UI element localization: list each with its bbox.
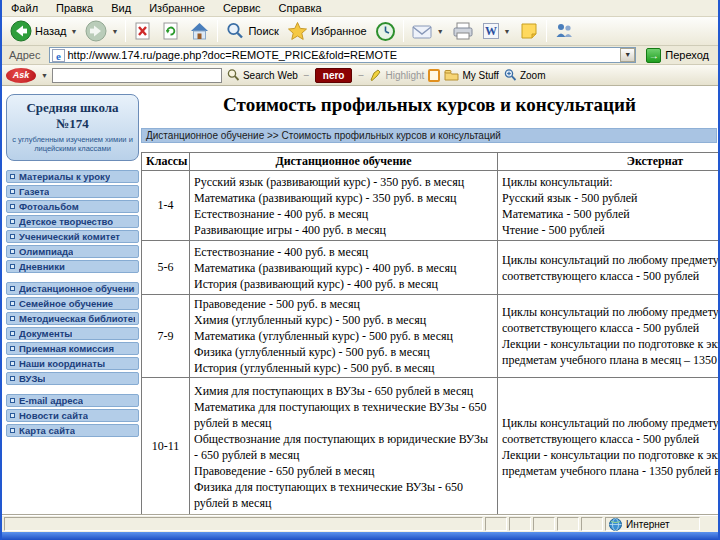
- sidebar-item[interactable]: Наши координаты: [6, 357, 139, 370]
- ask-logo[interactable]: Ask: [6, 68, 36, 83]
- sidebar-item[interactable]: Приемная комиссия: [6, 342, 139, 355]
- ask-separator: –: [302, 70, 311, 80]
- messenger-button[interactable]: [550, 19, 578, 44]
- classes-cell: 10-11: [142, 378, 190, 516]
- status-pane: [557, 517, 579, 531]
- menu-item[interactable]: Правка: [47, 1, 102, 15]
- forward-icon: [85, 20, 107, 42]
- table-header-row: Классы Дистанционное обучение Экстернат: [142, 153, 719, 171]
- stop-button[interactable]: [129, 19, 157, 44]
- ask-separator: –: [356, 70, 365, 80]
- sidebar-item[interactable]: Газета: [6, 185, 139, 198]
- sidebar-item[interactable]: Новости сайта: [6, 409, 139, 422]
- my-stuff-label: My Stuff: [462, 70, 499, 81]
- sidebar-item[interactable]: Материалы к уроку: [6, 170, 139, 183]
- ask-caret-icon[interactable]: ▼: [41, 72, 48, 79]
- toolbar-separator: [125, 20, 126, 42]
- sidebar-item[interactable]: Карта сайта: [6, 424, 139, 437]
- breadcrumb: Дистанционное обучение >> Стоимость проф…: [141, 128, 717, 143]
- forward-button[interactable]: ▼: [81, 19, 122, 44]
- address-input[interactable]: e http://www.174.ru/page.php?doc=REMOTE_…: [49, 47, 637, 63]
- zoom-button[interactable]: Zoom: [503, 68, 546, 82]
- page-viewport: Средняя школа №174 с углубленным изучени…: [2, 86, 718, 515]
- course-line: Обществознание для поступающих в юридиче…: [194, 431, 493, 463]
- back-button[interactable]: Назад ▼: [6, 19, 81, 44]
- course-line: Математика (углубленный курс) - 500 руб.…: [194, 328, 493, 344]
- print-button[interactable]: [448, 19, 478, 44]
- sidebar-item[interactable]: Семейное обучение: [6, 297, 139, 310]
- mail-caret-icon[interactable]: ▼: [437, 28, 444, 35]
- bullet-icon: [10, 316, 15, 321]
- sidebar-item[interactable]: E-mail адреса: [6, 394, 139, 407]
- address-dropdown-icon[interactable]: ▼: [620, 48, 635, 62]
- bullet-icon: [10, 413, 15, 418]
- word-caret-icon[interactable]: ▼: [504, 28, 511, 35]
- bullet-icon: [10, 376, 15, 381]
- highlight-label: Highlight: [385, 70, 424, 81]
- go-button[interactable]: → Переход: [640, 47, 715, 64]
- course-line: Циклы консультаций по любому предмету уч…: [502, 304, 718, 336]
- menu-item[interactable]: Файл: [2, 1, 47, 15]
- print-icon: [452, 21, 474, 41]
- edit-word-button[interactable]: W ▼: [478, 19, 515, 44]
- bullet-icon: [10, 204, 15, 209]
- sidebar-item[interactable]: Ученический комитет: [6, 230, 139, 243]
- forward-caret-icon[interactable]: ▼: [111, 28, 118, 35]
- sidebar-item-label: Фотоальбом: [19, 201, 79, 212]
- ask-search-input[interactable]: [52, 68, 222, 83]
- mail-icon: [411, 22, 433, 40]
- menu-item[interactable]: Избранное: [140, 1, 214, 15]
- externat-cell: Циклы консультаций по любому предмету уч…: [498, 295, 719, 378]
- course-line: Естествознание - 400 руб. в месяц: [194, 206, 493, 222]
- distance-cell: Химия для поступающих в ВУЗы - 650 рубле…: [190, 378, 498, 516]
- distance-cell: Русский язык (развивающий курс) - 350 ру…: [190, 171, 498, 241]
- course-line: Циклы консультаций по любому предмету уч…: [502, 415, 718, 447]
- course-line: Русский язык - 500 рублей: [502, 190, 718, 206]
- sidebar-item-label: ВУЗы: [19, 373, 45, 384]
- sidebar: Средняя школа №174 с углубленным изучени…: [2, 86, 141, 515]
- highlight-button[interactable]: Highlight: [369, 68, 424, 82]
- favorites-button[interactable]: Избранное: [283, 19, 371, 44]
- bullet-icon: [10, 301, 15, 306]
- externat-cell: Циклы консультаций по любому предмету уч…: [498, 378, 719, 516]
- svg-text:W: W: [485, 24, 497, 38]
- sidebar-item[interactable]: Методическая библиотека: [6, 312, 139, 325]
- sidebar-item[interactable]: Дневники: [6, 260, 139, 273]
- sidebar-item[interactable]: Документы: [6, 327, 139, 340]
- mail-button[interactable]: ▼: [407, 19, 448, 44]
- taskbar-strip[interactable]: [2, 532, 718, 540]
- history-button[interactable]: [371, 19, 400, 44]
- zoom-label: Zoom: [520, 70, 546, 81]
- favorites-label: Избранное: [311, 25, 367, 37]
- bullet-icon: [10, 286, 15, 291]
- sidebar-item[interactable]: Олимпиада: [6, 245, 139, 258]
- course-line: Циклы консультаций по любому предмету уч…: [502, 252, 718, 284]
- search-web-button[interactable]: Search Web: [226, 68, 298, 82]
- search-button[interactable]: Поиск: [221, 19, 282, 44]
- bullet-icon: [10, 189, 15, 194]
- nero-button[interactable]: nero: [315, 68, 353, 83]
- bullet-icon: [10, 264, 15, 269]
- discuss-button[interactable]: [515, 19, 543, 44]
- main-content: Стоимость профильных курсов и консультац…: [141, 86, 718, 515]
- bullet-icon: [10, 361, 15, 366]
- sidebar-item-label: Ученический комитет: [19, 231, 120, 242]
- menu-item[interactable]: Сервис: [214, 1, 270, 15]
- bullet-icon: [10, 174, 15, 179]
- menu-bar: ФайлПравкаВидИзбранноеСервисСправка: [2, 0, 718, 17]
- externat-cell: Циклы консультаций по любому предмету уч…: [498, 241, 719, 295]
- back-caret-icon[interactable]: ▼: [71, 28, 78, 35]
- resize-grip[interactable]: [702, 517, 718, 531]
- my-stuff-button[interactable]: My Stuff: [444, 69, 499, 81]
- sidebar-item[interactable]: Детское творчество: [6, 215, 139, 228]
- course-line: Лекции - консультации по подготовке к эк…: [502, 336, 718, 368]
- sidebar-item[interactable]: Фотоальбом: [6, 200, 139, 213]
- sidebar-item[interactable]: ВУЗы: [6, 372, 139, 385]
- home-button[interactable]: [185, 19, 214, 44]
- sidebar-item[interactable]: Дистанционное обучение: [6, 282, 139, 295]
- menu-item[interactable]: Справка: [270, 1, 331, 15]
- menu-item[interactable]: Вид: [102, 1, 140, 15]
- refresh-button[interactable]: [157, 19, 185, 44]
- popup-blocker-icon[interactable]: [428, 69, 440, 82]
- history-icon: [375, 21, 396, 42]
